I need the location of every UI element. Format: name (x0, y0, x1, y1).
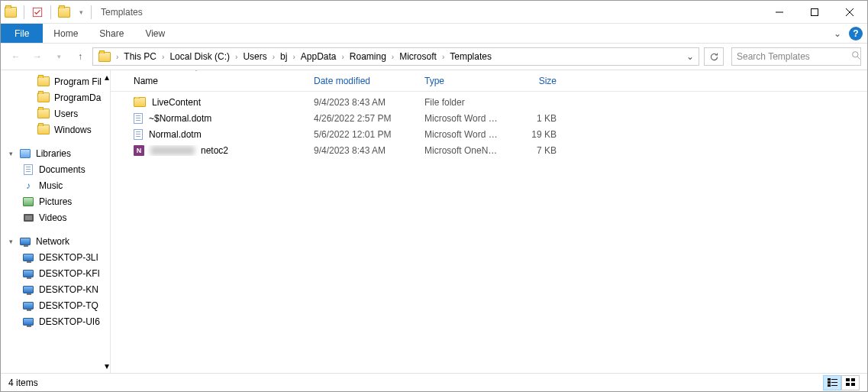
separator (50, 5, 51, 19)
tree-item[interactable]: ♪Music (1, 177, 110, 193)
properties-qat-icon[interactable] (29, 4, 46, 21)
tree-libraries[interactable]: ▾Libraries (1, 145, 110, 161)
sort-indicator: ˄ (195, 70, 198, 76)
tree-item[interactable]: DESKTOP-KN (1, 281, 110, 297)
tab-share[interactable]: Share (89, 24, 134, 43)
tree-item[interactable]: DESKTOP-3LI (1, 249, 110, 265)
column-headers: Name˄ Date modified Type Size (111, 70, 867, 92)
recent-dropdown[interactable]: ▾ (50, 47, 68, 66)
qat-dropdown[interactable]: ▾ (76, 4, 86, 21)
file-row[interactable]: Normal.dotm5/6/2022 12:01 PMMicrosoft Wo… (111, 126, 867, 142)
tab-file[interactable]: File (1, 24, 43, 43)
file-row[interactable]: ~$Normal.dotm4/26/2022 2:57 PMMicrosoft … (111, 110, 867, 126)
ribbon-collapse[interactable]: ⌄ (829, 24, 846, 43)
breadcrumb-seg[interactable]: Roaming (346, 48, 390, 65)
up-button[interactable]: ↑ (71, 47, 89, 66)
word-icon (134, 113, 143, 124)
separator (24, 5, 24, 19)
svg-rect-15 (846, 383, 850, 386)
close-button[interactable] (832, 1, 867, 23)
minimize-button[interactable] (762, 1, 797, 23)
breadcrumb-seg[interactable]: Templates (446, 48, 495, 65)
onenote-icon (134, 145, 144, 156)
folder-qat-icon-2[interactable] (56, 4, 73, 21)
tree-item[interactable]: Videos (1, 209, 110, 225)
file-name: Normal.dotm (149, 129, 202, 140)
svg-rect-16 (851, 383, 855, 386)
col-name[interactable]: Name˄ (126, 70, 306, 91)
address-dropdown[interactable]: ⌄ (686, 51, 697, 62)
search-input[interactable] (737, 51, 851, 62)
svg-rect-11 (828, 384, 831, 387)
breadcrumb-seg[interactable]: This PC (120, 48, 160, 65)
col-type[interactable]: Type (417, 70, 507, 91)
item-count: 4 items (8, 377, 38, 388)
refresh-button[interactable] (704, 47, 724, 66)
breadcrumb-seg[interactable]: AppData (297, 48, 340, 65)
svg-rect-14 (851, 378, 855, 381)
title-bar: ▾ Templates (1, 1, 867, 24)
search-box[interactable] (731, 47, 861, 66)
breadcrumb-seg[interactable]: Local Disk (C:) (166, 48, 234, 65)
file-name: ~$Normal.dotm (149, 113, 211, 124)
tree-scrollbar[interactable]: ▴▾ (104, 70, 110, 373)
address-folder-icon[interactable] (95, 48, 115, 65)
svg-rect-10 (831, 382, 837, 383)
tree-item[interactable]: DESKTOP-UI6 (1, 313, 110, 329)
tree-item[interactable]: ProgramDa (1, 89, 110, 105)
breadcrumb-seg[interactable]: Users (239, 48, 270, 65)
tree-item[interactable]: Documents (1, 161, 110, 177)
folder-qat-icon[interactable] (2, 4, 19, 21)
help-button[interactable]: ? (849, 27, 863, 40)
breadcrumb-seg[interactable]: Microsoft (395, 48, 440, 65)
tree-item[interactable]: Users (1, 105, 110, 121)
svg-rect-12 (831, 385, 837, 386)
svg-rect-7 (828, 378, 831, 381)
search-icon (851, 50, 861, 63)
folder-icon (134, 97, 146, 107)
status-bar: 4 items (1, 373, 867, 391)
nav-tree: Program Fil ProgramDa Users Windows ▾Lib… (1, 70, 111, 373)
ribbon-tabs: File Home Share View ⌄ ? (1, 24, 867, 44)
file-row[interactable]: LiveContent9/4/2023 8:43 AMFile folder (111, 94, 867, 110)
tab-view[interactable]: View (134, 24, 176, 43)
window-title: Templates (101, 7, 143, 18)
tree-item[interactable]: DESKTOP-KFI (1, 265, 110, 281)
separator (91, 5, 92, 19)
nav-bar: ← → ▾ ↑ › This PC› Local Disk (C:)› User… (1, 44, 867, 70)
tree-item[interactable]: Windows (1, 121, 110, 138)
tree-item[interactable]: DESKTOP-TQ (1, 297, 110, 313)
tree-item[interactable]: Pictures (1, 193, 110, 209)
svg-line-6 (857, 57, 860, 59)
forward-button[interactable]: → (28, 47, 47, 66)
svg-rect-13 (846, 378, 850, 381)
tree-item[interactable]: Program Fil (1, 73, 110, 89)
word-icon (134, 129, 143, 140)
thumbnails-view-button[interactable] (841, 375, 860, 390)
file-row[interactable]: netoc29/4/2023 8:43 AMMicrosoft OneNot..… (111, 142, 867, 158)
file-name: LiveContent (152, 97, 201, 108)
col-date[interactable]: Date modified (306, 70, 417, 91)
file-name: netoc2 (201, 145, 228, 156)
svg-rect-8 (831, 379, 837, 380)
redacted-text (150, 146, 195, 155)
breadcrumb-seg[interactable]: bj (276, 48, 291, 65)
maximize-button[interactable] (797, 1, 832, 23)
details-view-button[interactable] (823, 375, 841, 390)
file-list: Name˄ Date modified Type Size LiveConten… (111, 70, 867, 373)
tree-network[interactable]: ▾Network (1, 233, 110, 249)
back-button[interactable]: ← (7, 47, 25, 66)
col-size[interactable]: Size (507, 70, 564, 91)
svg-point-5 (853, 52, 858, 57)
explorer-window: ▾ Templates File Home Share View ⌄ ? ← →… (0, 0, 868, 392)
tab-home[interactable]: Home (43, 24, 89, 43)
svg-rect-9 (828, 381, 831, 384)
chevron-right-icon[interactable]: › (115, 53, 120, 61)
address-bar[interactable]: › This PC› Local Disk (C:)› Users› bj› A… (92, 47, 699, 66)
svg-rect-2 (812, 8, 818, 15)
